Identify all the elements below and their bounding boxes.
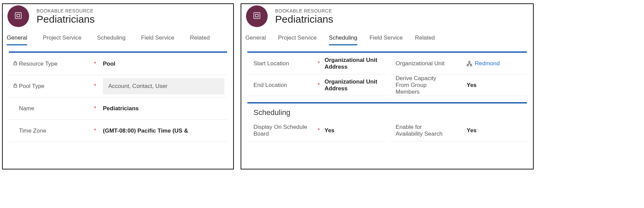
tab-project-service[interactable]: Project Service — [43, 34, 81, 45]
svg-rect-7 — [467, 65, 468, 66]
field-label: Name — [19, 105, 34, 112]
field-label: End Location — [253, 82, 287, 89]
tab-field-service[interactable]: Field Service — [141, 34, 174, 45]
general-section: Resource Type * Pool Pool Type * Account… — [9, 51, 227, 142]
field-label: Time Zone — [19, 128, 46, 134]
field-row-display-on-board: Display On Schedule Board * Yes — [247, 120, 385, 141]
field-row-name: Name * Pediatricians — [9, 97, 227, 120]
field-row-end-location: End Location * Organizational Unit Addre… — [247, 74, 385, 96]
tab-scheduling[interactable]: Scheduling — [329, 34, 357, 45]
section-title: Scheduling — [247, 103, 527, 120]
tab-related[interactable]: Related — [415, 34, 435, 45]
record-panel-scheduling: BOOKABLE RESOURCE Pediatricians General … — [241, 3, 534, 169]
scheduling-top-section: Start Location * Organizational Unit Add… — [247, 51, 527, 96]
field-label: Start Location — [253, 60, 289, 67]
tab-related[interactable]: Related — [190, 34, 210, 45]
lock-icon — [13, 61, 18, 67]
tab-bar: General Project Service Scheduling Field… — [241, 27, 533, 45]
field-label: Enable for Availability Search — [396, 124, 450, 137]
svg-rect-1 — [17, 14, 20, 17]
record-header: BOOKABLE RESOURCE Pediatricians — [241, 4, 533, 27]
svg-rect-4 — [254, 13, 260, 19]
field-row-pool-type: Pool Type * Account, Contact, User — [9, 75, 227, 97]
field-row-derive-capacity: Derive Capacity From Group Members * Yes — [390, 74, 527, 96]
org-chart-icon — [467, 60, 475, 67]
required-marker: * — [317, 127, 320, 134]
resource-icon — [14, 11, 22, 21]
entity-type-label: BOOKABLE RESOURCE — [275, 8, 333, 14]
lock-icon — [13, 83, 18, 90]
required-marker: * — [94, 105, 96, 112]
resource-type-value[interactable]: Pool — [103, 61, 224, 67]
tab-bar: General Project Service Scheduling Field… — [3, 27, 233, 45]
tab-field-service[interactable]: Field Service — [370, 34, 403, 45]
svg-rect-2 — [14, 63, 17, 65]
tab-scheduling[interactable]: Scheduling — [97, 34, 126, 45]
org-unit-link-text: Redmond — [475, 60, 500, 67]
name-value[interactable]: Pediatricians — [103, 105, 224, 112]
pool-type-value[interactable]: Account, Contact, User — [103, 78, 224, 94]
required-marker: * — [94, 128, 96, 134]
svg-rect-5 — [256, 14, 258, 17]
field-row-resource-type: Resource Type * Pool — [9, 53, 227, 75]
svg-rect-6 — [469, 61, 470, 63]
tab-general[interactable]: General — [7, 34, 27, 45]
svg-rect-3 — [14, 85, 17, 87]
scheduling-section: Scheduling Display On Schedule Board * Y… — [247, 102, 527, 141]
tab-project-service[interactable]: Project Service — [278, 34, 316, 45]
required-marker: * — [317, 60, 320, 67]
field-label: Organizational Unit — [396, 60, 445, 67]
display-on-board-value[interactable]: Yes — [325, 127, 383, 134]
record-title: Pediatricians — [275, 14, 333, 25]
enable-availability-value[interactable]: Yes — [467, 127, 526, 134]
field-label: Resource Type — [19, 61, 58, 67]
required-marker: * — [94, 83, 96, 90]
required-marker: * — [94, 61, 96, 67]
field-label: Pool Type — [19, 83, 44, 90]
svg-rect-8 — [470, 65, 472, 66]
record-panel-general: BOOKABLE RESOURCE Pediatricians General … — [2, 3, 234, 169]
time-zone-value[interactable]: (GMT-08:00) Pacific Time (US & — [103, 128, 224, 134]
field-row-start-location: Start Location * Organizational Unit Add… — [247, 53, 385, 74]
field-row-enable-availability: Enable for Availability Search * Yes — [390, 120, 527, 141]
derive-capacity-value[interactable]: Yes — [467, 82, 526, 89]
start-location-value[interactable]: Organizational Unit Address — [325, 57, 383, 70]
entity-avatar — [246, 5, 268, 27]
record-header: BOOKABLE RESOURCE Pediatricians — [3, 4, 233, 27]
entity-avatar — [7, 5, 29, 27]
entity-type-label: BOOKABLE RESOURCE — [37, 8, 95, 14]
field-row-time-zone: Time Zone * (GMT-08:00) Pacific Time (US… — [9, 120, 227, 142]
field-label: Derive Capacity From Group Members — [396, 75, 450, 95]
org-unit-value[interactable]: Redmond — [467, 60, 526, 67]
field-row-org-unit: Organizational Unit * Redmond — [390, 53, 527, 74]
field-label: Display On Schedule Board — [253, 124, 308, 137]
svg-rect-0 — [15, 13, 21, 19]
required-marker: * — [317, 82, 320, 89]
resource-icon — [253, 11, 261, 21]
record-title: Pediatricians — [37, 14, 95, 25]
end-location-value[interactable]: Organizational Unit Address — [325, 78, 383, 92]
tab-general[interactable]: General — [245, 34, 266, 45]
